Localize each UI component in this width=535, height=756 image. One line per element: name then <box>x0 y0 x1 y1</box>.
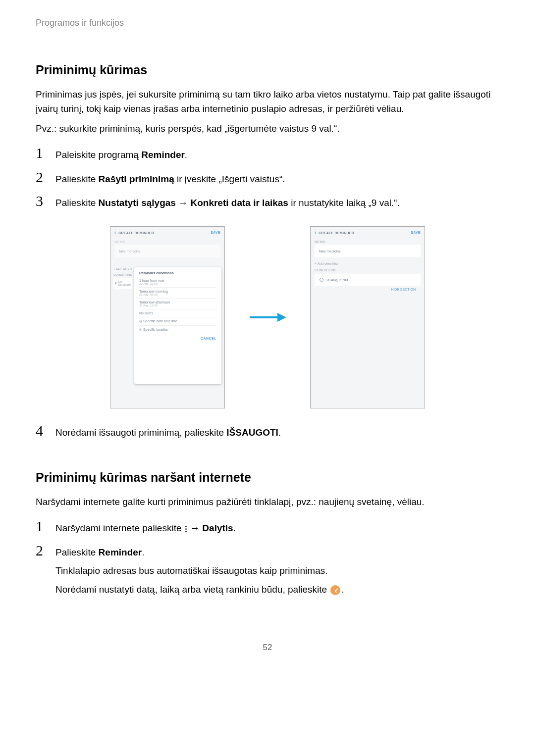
opt-text: Specific date and time <box>143 319 177 323</box>
section1-paragraph-2: Pvz.: sukurkite priminimą, kuris perspės… <box>36 121 499 136</box>
step-2-browse: 2 Palieskite Reminder. Tinklalapio adres… <box>36 543 499 598</box>
clock-icon <box>330 585 340 595</box>
cancel-button[interactable]: CANCEL <box>139 337 216 340</box>
step-number: 4 <box>36 423 47 438</box>
opt-text: Tomorrow morning <box>139 290 216 293</box>
popup-title: Reminder conditions <box>139 271 216 275</box>
step1-bold: Reminder <box>141 150 185 160</box>
more-options-icon <box>185 526 187 532</box>
opt-text: 1 hour from now <box>139 279 216 282</box>
step2-pre: Palieskite <box>55 174 99 184</box>
step1-pre: Paleiskite programą <box>55 150 141 160</box>
left-dim-strip: + SET WHEN CONDITIONS Set conditions <box>113 267 132 289</box>
s2step2-post: . <box>142 547 144 557</box>
memo-input[interactable]: Take medicine <box>315 245 421 258</box>
step4-pre: Norėdami išsaugoti priminimą, palieskite <box>55 427 226 438</box>
conditions-popup: Reminder conditions 1 hour from now 20 A… <box>134 267 221 384</box>
figure-row: ‹ CREATE REMINDER SAVE MEMO Take medicin… <box>36 226 499 408</box>
condition-value: 20 Aug, 21:00 <box>326 278 348 282</box>
section-title-create-reminders: Priminimų kūrimas <box>36 63 499 77</box>
radio-icon <box>320 278 323 282</box>
step3-bold2: Konkreti data ir laikas <box>190 198 288 208</box>
svg-marker-1 <box>277 313 286 322</box>
popup-option[interactable]: 1 hour from now 20 Aug, 21:00 <box>139 277 216 287</box>
back-icon[interactable]: ‹ <box>315 230 317 235</box>
step-number: 2 <box>36 543 47 558</box>
step-text: Paleiskite programą Reminder. <box>55 146 187 162</box>
radio-icon <box>115 282 116 285</box>
arrow-text: → <box>176 198 191 208</box>
set-cond-text: Set conditions <box>118 280 131 286</box>
step4-post: . <box>278 427 281 438</box>
section2-paragraph-1: Naršydami internete galite kurti primini… <box>36 495 499 509</box>
step-text: Naršydami internete palieskite → Dalytis… <box>55 519 236 536</box>
breadcrumb: Programos ir funkcijos <box>36 0 499 33</box>
step-text: Palieskite Reminder. Tinklalapio adresas… <box>55 543 344 598</box>
step-4: 4 Norėdami išsaugoti priminimą, palieski… <box>36 423 499 440</box>
step-number: 1 <box>36 519 47 534</box>
step-2: 2 Palieskite Rašyti priminimą ir įveskit… <box>36 170 499 187</box>
screen-title: CREATE REMINDER <box>319 231 354 235</box>
back-icon[interactable]: ‹ <box>114 230 116 235</box>
popup-option[interactable]: ◷ Specific date and time <box>139 317 216 325</box>
step-number: 1 <box>36 146 47 160</box>
memo-label: MEMO <box>315 240 421 244</box>
condition-row[interactable]: 20 Aug, 21:00 <box>315 274 421 286</box>
arrow-text: → <box>188 523 203 533</box>
section1-paragraph-1: Priminimas jus įspės, jei sukursite prim… <box>36 87 499 116</box>
opt-sub: 21 Aug, 09:00 <box>139 293 216 296</box>
step-1: 1 Paleiskite programą Reminder. <box>36 146 499 162</box>
save-button[interactable]: SAVE <box>211 231 220 234</box>
step3-pre: Palieskite <box>55 198 99 208</box>
popup-option[interactable]: ◎ Specific location <box>139 325 216 334</box>
set-when-label: + SET WHEN <box>113 267 132 270</box>
s2step2-pre: Palieskite <box>55 547 99 557</box>
s2step2-sub2-pre: Norėdami nustatyti datą, laiką arba viet… <box>55 584 329 595</box>
add-checklist[interactable]: + Add checklist <box>315 262 421 265</box>
popup-option[interactable]: Tomorrow afternoon 21 Aug, 15:00 <box>139 298 216 309</box>
step-text: Palieskite Rašyti priminimą ir įveskite … <box>55 170 285 187</box>
opt-text: Tomorrow afternoon <box>139 301 216 304</box>
s2step1-pre: Naršydami internete palieskite <box>55 523 184 533</box>
s2step2-sub2: Norėdami nustatyti datą, laiką arba viet… <box>55 582 344 598</box>
step-text: Norėdami išsaugoti priminimą, palieskite… <box>55 423 281 440</box>
set-cond-row[interactable]: Set conditions <box>113 278 132 289</box>
step-number: 2 <box>36 170 47 185</box>
arrow-icon <box>248 310 287 325</box>
opt-text: Specific location <box>143 328 168 331</box>
step3-post: ir nustatykite laiką „9 val.“. <box>288 198 400 208</box>
popup-option[interactable]: No alerts <box>139 309 216 317</box>
step2-post: ir įveskite „Išgerti vaistus“. <box>174 174 285 184</box>
step-3: 3 Palieskite Nustatyti sąlygas → Konkret… <box>36 194 499 210</box>
popup-option[interactable]: Tomorrow morning 21 Aug, 09:00 <box>139 287 216 298</box>
step4-bold: IŠSAUGOTI <box>226 427 278 438</box>
save-button[interactable]: SAVE <box>411 231 421 234</box>
conditions-label: CONDITIONS <box>113 273 132 276</box>
opt-sub: 20 Aug, 21:00 <box>139 282 216 285</box>
step3-bold1: Nustatyti sąlygas <box>99 198 176 208</box>
step-text: Palieskite Nustatyti sąlygas → Konkreti … <box>55 194 400 210</box>
memo-label: MEMO <box>114 240 220 244</box>
s2step1-bold: Dalytis <box>202 523 233 533</box>
s2step1-post: . <box>233 523 236 533</box>
section-title-browsing-reminders: Priminimų kūrimas naršant internete <box>36 470 499 485</box>
step-number: 3 <box>36 194 47 208</box>
memo-input[interactable]: Take medicine <box>114 245 220 258</box>
step1-post: . <box>185 150 187 160</box>
page-number: 52 <box>36 643 499 653</box>
step-1-browse: 1 Naršydami internete palieskite → Dalyt… <box>36 519 499 536</box>
phone-screenshot-left: ‹ CREATE REMINDER SAVE MEMO Take medicin… <box>110 226 225 408</box>
s2step2-bold: Reminder <box>99 547 142 557</box>
hide-section-link[interactable]: HIDE SECTION <box>315 288 416 291</box>
screen-title: CREATE REMINDER <box>118 231 154 235</box>
phone-screenshot-right: ‹ CREATE REMINDER SAVE MEMO Take medicin… <box>310 226 425 408</box>
conditions-label: CONDITIONS <box>315 268 421 272</box>
s2step2-sub2-post: . <box>341 584 344 595</box>
s2step2-sub1: Tinklalapio adresas bus automatiškai išs… <box>55 563 344 579</box>
step2-bold: Rašyti priminimą <box>99 174 174 184</box>
opt-sub: 21 Aug, 15:00 <box>139 304 216 307</box>
